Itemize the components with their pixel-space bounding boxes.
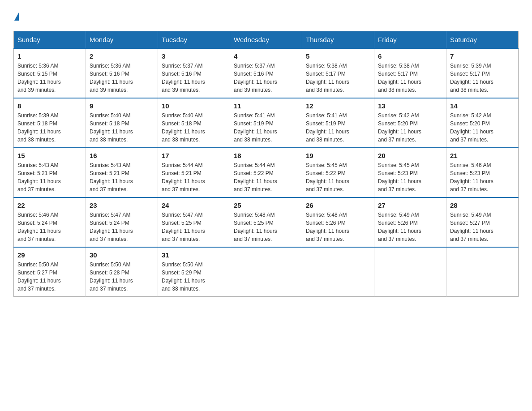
day-info: Sunrise: 5:40 AM Sunset: 5:18 PM Dayligh… bbox=[162, 111, 226, 144]
week-row-5: 29 Sunrise: 5:50 AM Sunset: 5:27 PM Dayl… bbox=[14, 247, 519, 297]
day-info: Sunrise: 5:47 AM Sunset: 5:25 PM Dayligh… bbox=[162, 211, 226, 243]
day-info: Sunrise: 5:43 AM Sunset: 5:21 PM Dayligh… bbox=[17, 161, 82, 193]
calendar-cell: 8 Sunrise: 5:39 AM Sunset: 5:18 PM Dayli… bbox=[14, 98, 86, 148]
day-number: 13 bbox=[378, 102, 442, 110]
day-number: 3 bbox=[162, 52, 226, 60]
calendar-cell: 18 Sunrise: 5:44 AM Sunset: 5:22 PM Dayl… bbox=[230, 148, 302, 197]
day-number: 22 bbox=[17, 201, 82, 209]
calendar-cell bbox=[230, 247, 302, 297]
day-info: Sunrise: 5:50 AM Sunset: 5:28 PM Dayligh… bbox=[90, 261, 154, 293]
day-info: Sunrise: 5:47 AM Sunset: 5:24 PM Dayligh… bbox=[90, 211, 154, 243]
day-number: 11 bbox=[234, 102, 298, 110]
day-info: Sunrise: 5:41 AM Sunset: 5:19 PM Dayligh… bbox=[234, 111, 298, 144]
logo bbox=[13, 9, 19, 23]
calendar-table: SundayMondayTuesdayWednesdayThursdayFrid… bbox=[13, 31, 519, 297]
day-number: 14 bbox=[450, 102, 515, 110]
day-info: Sunrise: 5:39 AM Sunset: 5:17 PM Dayligh… bbox=[450, 62, 515, 94]
day-number: 30 bbox=[90, 251, 154, 259]
day-info: Sunrise: 5:49 AM Sunset: 5:26 PM Dayligh… bbox=[378, 211, 442, 243]
calendar-cell: 1 Sunrise: 5:36 AM Sunset: 5:15 PM Dayli… bbox=[14, 48, 86, 98]
calendar-cell: 28 Sunrise: 5:49 AM Sunset: 5:27 PM Dayl… bbox=[446, 197, 519, 247]
calendar-cell: 20 Sunrise: 5:45 AM Sunset: 5:23 PM Dayl… bbox=[374, 148, 446, 197]
day-info: Sunrise: 5:39 AM Sunset: 5:18 PM Dayligh… bbox=[17, 111, 82, 144]
day-number: 2 bbox=[90, 52, 154, 60]
header-wednesday: Wednesday bbox=[230, 31, 302, 48]
day-number: 19 bbox=[306, 152, 370, 159]
day-info: Sunrise: 5:43 AM Sunset: 5:21 PM Dayligh… bbox=[90, 161, 154, 193]
calendar-cell: 27 Sunrise: 5:49 AM Sunset: 5:26 PM Dayl… bbox=[374, 197, 446, 247]
day-number: 29 bbox=[17, 251, 82, 259]
calendar-cell: 12 Sunrise: 5:41 AM Sunset: 5:19 PM Dayl… bbox=[302, 98, 374, 148]
calendar-cell: 24 Sunrise: 5:47 AM Sunset: 5:25 PM Dayl… bbox=[158, 197, 230, 247]
calendar-cell bbox=[446, 247, 519, 297]
day-info: Sunrise: 5:36 AM Sunset: 5:15 PM Dayligh… bbox=[17, 62, 82, 94]
page-header bbox=[13, 9, 519, 23]
day-number: 24 bbox=[162, 201, 226, 209]
day-info: Sunrise: 5:40 AM Sunset: 5:18 PM Dayligh… bbox=[90, 111, 154, 144]
header-monday: Monday bbox=[86, 31, 158, 48]
day-info: Sunrise: 5:38 AM Sunset: 5:17 PM Dayligh… bbox=[378, 62, 442, 94]
day-number: 27 bbox=[378, 201, 442, 209]
day-number: 15 bbox=[17, 152, 82, 159]
week-row-4: 22 Sunrise: 5:46 AM Sunset: 5:24 PM Dayl… bbox=[14, 197, 519, 247]
day-number: 4 bbox=[234, 52, 298, 60]
week-row-2: 8 Sunrise: 5:39 AM Sunset: 5:18 PM Dayli… bbox=[14, 98, 519, 148]
day-number: 16 bbox=[90, 152, 154, 159]
calendar-cell: 14 Sunrise: 5:42 AM Sunset: 5:20 PM Dayl… bbox=[446, 98, 519, 148]
day-number: 20 bbox=[378, 152, 442, 159]
header-saturday: Saturday bbox=[446, 31, 519, 48]
day-info: Sunrise: 5:36 AM Sunset: 5:16 PM Dayligh… bbox=[90, 62, 154, 94]
calendar-cell: 10 Sunrise: 5:40 AM Sunset: 5:18 PM Dayl… bbox=[158, 98, 230, 148]
calendar-cell: 23 Sunrise: 5:47 AM Sunset: 5:24 PM Dayl… bbox=[86, 197, 158, 247]
day-number: 8 bbox=[17, 102, 82, 110]
day-number: 17 bbox=[162, 152, 226, 159]
day-info: Sunrise: 5:48 AM Sunset: 5:26 PM Dayligh… bbox=[306, 211, 370, 243]
day-info: Sunrise: 5:37 AM Sunset: 5:16 PM Dayligh… bbox=[162, 62, 226, 94]
day-number: 9 bbox=[90, 102, 154, 110]
calendar-cell bbox=[302, 247, 374, 297]
header-sunday: Sunday bbox=[14, 31, 86, 48]
calendar-cell: 15 Sunrise: 5:43 AM Sunset: 5:21 PM Dayl… bbox=[14, 148, 86, 197]
header-tuesday: Tuesday bbox=[158, 31, 230, 48]
day-number: 1 bbox=[17, 52, 82, 60]
day-info: Sunrise: 5:38 AM Sunset: 5:17 PM Dayligh… bbox=[306, 62, 370, 94]
calendar-cell: 6 Sunrise: 5:38 AM Sunset: 5:17 PM Dayli… bbox=[374, 48, 446, 98]
day-info: Sunrise: 5:37 AM Sunset: 5:16 PM Dayligh… bbox=[234, 62, 298, 94]
day-number: 12 bbox=[306, 102, 370, 110]
calendar-cell bbox=[374, 247, 446, 297]
calendar-cell: 26 Sunrise: 5:48 AM Sunset: 5:26 PM Dayl… bbox=[302, 197, 374, 247]
calendar-cell: 7 Sunrise: 5:39 AM Sunset: 5:17 PM Dayli… bbox=[446, 48, 519, 98]
calendar-cell: 29 Sunrise: 5:50 AM Sunset: 5:27 PM Dayl… bbox=[14, 247, 86, 297]
week-row-3: 15 Sunrise: 5:43 AM Sunset: 5:21 PM Dayl… bbox=[14, 148, 519, 197]
calendar-cell: 21 Sunrise: 5:46 AM Sunset: 5:23 PM Dayl… bbox=[446, 148, 519, 197]
calendar-cell: 13 Sunrise: 5:42 AM Sunset: 5:20 PM Dayl… bbox=[374, 98, 446, 148]
calendar-cell: 19 Sunrise: 5:45 AM Sunset: 5:22 PM Dayl… bbox=[302, 148, 374, 197]
calendar-cell: 5 Sunrise: 5:38 AM Sunset: 5:17 PM Dayli… bbox=[302, 48, 374, 98]
week-row-1: 1 Sunrise: 5:36 AM Sunset: 5:15 PM Dayli… bbox=[14, 48, 519, 98]
day-info: Sunrise: 5:41 AM Sunset: 5:19 PM Dayligh… bbox=[306, 111, 370, 144]
day-number: 26 bbox=[306, 201, 370, 209]
day-info: Sunrise: 5:45 AM Sunset: 5:22 PM Dayligh… bbox=[306, 161, 370, 193]
calendar-cell: 11 Sunrise: 5:41 AM Sunset: 5:19 PM Dayl… bbox=[230, 98, 302, 148]
day-info: Sunrise: 5:46 AM Sunset: 5:24 PM Dayligh… bbox=[17, 211, 82, 243]
calendar-header-row: SundayMondayTuesdayWednesdayThursdayFrid… bbox=[14, 31, 519, 48]
calendar-cell: 31 Sunrise: 5:50 AM Sunset: 5:29 PM Dayl… bbox=[158, 247, 230, 297]
day-number: 28 bbox=[450, 201, 515, 209]
day-number: 31 bbox=[162, 251, 226, 259]
header-friday: Friday bbox=[374, 31, 446, 48]
day-info: Sunrise: 5:49 AM Sunset: 5:27 PM Dayligh… bbox=[450, 211, 515, 243]
day-info: Sunrise: 5:50 AM Sunset: 5:27 PM Dayligh… bbox=[17, 261, 82, 293]
day-number: 5 bbox=[306, 52, 370, 60]
day-info: Sunrise: 5:44 AM Sunset: 5:21 PM Dayligh… bbox=[162, 161, 226, 193]
day-number: 10 bbox=[162, 102, 226, 110]
header-thursday: Thursday bbox=[302, 31, 374, 48]
day-number: 6 bbox=[378, 52, 442, 60]
calendar-cell: 4 Sunrise: 5:37 AM Sunset: 5:16 PM Dayli… bbox=[230, 48, 302, 98]
day-info: Sunrise: 5:50 AM Sunset: 5:29 PM Dayligh… bbox=[162, 261, 226, 293]
calendar-cell: 3 Sunrise: 5:37 AM Sunset: 5:16 PM Dayli… bbox=[158, 48, 230, 98]
calendar-cell: 22 Sunrise: 5:46 AM Sunset: 5:24 PM Dayl… bbox=[14, 197, 86, 247]
day-info: Sunrise: 5:42 AM Sunset: 5:20 PM Dayligh… bbox=[450, 111, 515, 144]
logo-triangle-icon bbox=[14, 13, 19, 21]
calendar-cell: 17 Sunrise: 5:44 AM Sunset: 5:21 PM Dayl… bbox=[158, 148, 230, 197]
logo-top-line bbox=[13, 9, 19, 23]
